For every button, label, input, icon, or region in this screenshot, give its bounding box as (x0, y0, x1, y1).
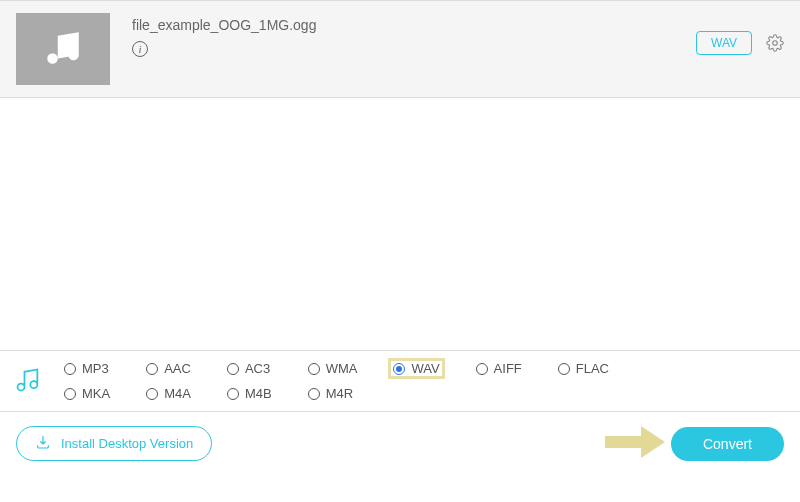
file-name: file_example_OOG_1MG.ogg (132, 17, 674, 33)
format-option-label: AAC (164, 361, 191, 376)
format-option-label: AC3 (245, 361, 270, 376)
file-thumbnail (16, 13, 110, 85)
format-option-m4b[interactable]: M4B (223, 384, 276, 403)
format-option-mp3[interactable]: MP3 (60, 359, 114, 378)
format-grid: MP3AACAC3WMAWAVAIFFFLACMKAM4AM4BM4R (60, 359, 613, 403)
radio-icon (558, 363, 570, 375)
radio-icon (64, 363, 76, 375)
radio-icon (146, 363, 158, 375)
svg-point-0 (773, 41, 778, 46)
download-icon (35, 434, 51, 453)
format-option-label: FLAC (576, 361, 609, 376)
format-option-label: M4A (164, 386, 191, 401)
format-option-wma[interactable]: WMA (304, 359, 362, 378)
gear-icon[interactable] (766, 34, 784, 52)
format-option-m4r[interactable]: M4R (304, 384, 362, 403)
radio-icon (227, 363, 239, 375)
format-option-label: WMA (326, 361, 358, 376)
file-meta: file_example_OOG_1MG.ogg i (132, 13, 674, 57)
file-actions: WAV (696, 13, 784, 55)
install-desktop-label: Install Desktop Version (61, 436, 193, 451)
format-tag[interactable]: WAV (696, 31, 752, 55)
radio-icon (393, 363, 405, 375)
radio-icon (146, 388, 158, 400)
format-option-aac[interactable]: AAC (142, 359, 195, 378)
content-area (0, 98, 800, 350)
format-option-aiff[interactable]: AIFF (472, 359, 526, 378)
format-option-wav[interactable]: WAV (389, 359, 443, 378)
info-icon[interactable]: i (132, 41, 148, 57)
install-desktop-button[interactable]: Install Desktop Version (16, 426, 212, 461)
arrow-right-icon (603, 422, 667, 465)
footer: Install Desktop Version Convert (0, 412, 800, 475)
radio-icon (227, 388, 239, 400)
format-option-ac3[interactable]: AC3 (223, 359, 276, 378)
radio-icon (64, 388, 76, 400)
convert-button[interactable]: Convert (671, 427, 784, 461)
music-note-icon (42, 27, 84, 72)
audio-category-icon (14, 366, 42, 397)
footer-right: Convert (603, 422, 784, 465)
format-option-label: M4B (245, 386, 272, 401)
format-bar: MP3AACAC3WMAWAVAIFFFLACMKAM4AM4BM4R (0, 350, 800, 412)
radio-icon (308, 363, 320, 375)
format-option-label: MP3 (82, 361, 109, 376)
format-option-label: AIFF (494, 361, 522, 376)
format-option-flac[interactable]: FLAC (554, 359, 613, 378)
format-option-m4a[interactable]: M4A (142, 384, 195, 403)
file-panel: file_example_OOG_1MG.ogg i WAV (0, 0, 800, 98)
format-option-label: M4R (326, 386, 353, 401)
format-option-label: MKA (82, 386, 110, 401)
format-option-mka[interactable]: MKA (60, 384, 114, 403)
radio-icon (476, 363, 488, 375)
radio-icon (308, 388, 320, 400)
format-option-label: WAV (411, 361, 439, 376)
